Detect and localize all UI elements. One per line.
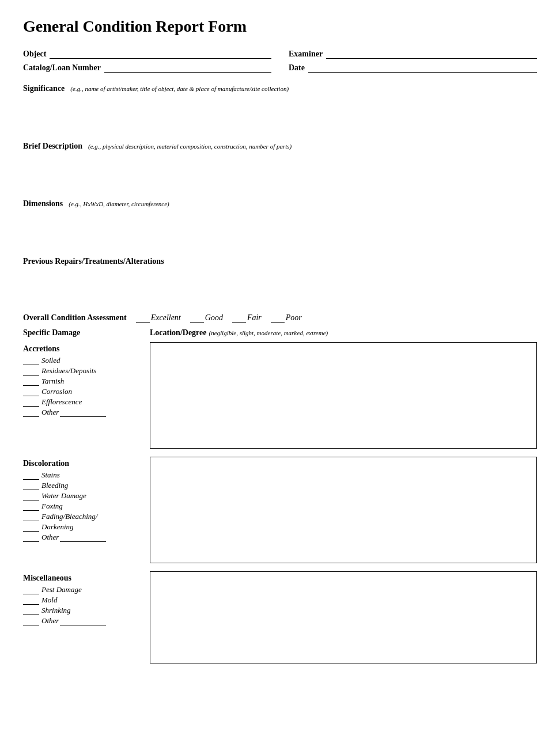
residues-label: Residues/Deposits bbox=[41, 366, 96, 376]
pest-label: Pest Damage bbox=[41, 585, 82, 594]
excellent-checkbox[interactable] bbox=[136, 313, 150, 323]
accretions-other-check[interactable] bbox=[23, 408, 39, 417]
corrosion-label: Corrosion bbox=[41, 387, 72, 396]
corrosion-check[interactable] bbox=[23, 387, 39, 396]
object-input-line[interactable] bbox=[50, 48, 271, 59]
dimensions-note: (e.g., HxWxD, diameter, circumference) bbox=[69, 200, 169, 207]
mold-check[interactable] bbox=[23, 596, 39, 605]
miscellaneous-other-input[interactable] bbox=[60, 616, 106, 625]
foxing-check[interactable] bbox=[23, 502, 39, 511]
miscellaneous-left: Miscellaneous Pest Damage Mold Shrinking… bbox=[23, 571, 150, 663]
efflorescence-check[interactable] bbox=[23, 397, 39, 407]
page-title: General Condition Report Form bbox=[23, 17, 537, 36]
location-degree-note: (negligible, slight, moderate, marked, e… bbox=[209, 329, 328, 336]
significance-blank bbox=[23, 96, 537, 130]
brief-description-blank bbox=[23, 153, 537, 188]
discoloration-other-input[interactable] bbox=[60, 533, 106, 542]
discoloration-section: Discoloration Stains Bleeding Water Dama… bbox=[23, 457, 537, 563]
dimensions-label: Dimensions bbox=[23, 199, 63, 208]
condition-fair: Fair bbox=[232, 313, 262, 323]
bleeding-check[interactable] bbox=[23, 481, 39, 490]
bleeding-label: Bleeding bbox=[41, 481, 68, 490]
accretions-item-residues: Residues/Deposits bbox=[23, 366, 150, 376]
poor-checkbox[interactable] bbox=[271, 313, 285, 323]
significance-section: Significance(e.g., name of artist/maker,… bbox=[23, 83, 537, 93]
accretions-item-soiled: Soiled bbox=[23, 356, 150, 365]
discoloration-other-check[interactable] bbox=[23, 533, 39, 542]
date-label: Date bbox=[289, 63, 305, 73]
accretions-left: Accretions Soiled Residues/Deposits Tarn… bbox=[23, 342, 150, 449]
catalog-input-line[interactable] bbox=[104, 62, 271, 73]
good-label: Good bbox=[205, 313, 223, 323]
discoloration-item-water: Water Damage bbox=[23, 491, 150, 500]
tarnish-check[interactable] bbox=[23, 377, 39, 386]
pest-check[interactable] bbox=[23, 585, 39, 594]
accretions-item-corrosion: Corrosion bbox=[23, 387, 150, 396]
accretions-item-efflorescence: Efflorescence bbox=[23, 397, 150, 407]
fair-label: Fair bbox=[247, 313, 262, 323]
accretions-category: Accretions bbox=[23, 344, 150, 354]
dimensions-blank bbox=[23, 211, 537, 245]
fading-check[interactable] bbox=[23, 512, 39, 521]
examiner-input-line[interactable] bbox=[326, 48, 537, 59]
brief-description-note: (e.g., physical description, material co… bbox=[88, 143, 292, 150]
miscellaneous-section: Miscellaneous Pest Damage Mold Shrinking… bbox=[23, 571, 537, 663]
overall-condition-row: Overall Condition Assessment Excellent G… bbox=[23, 313, 537, 323]
significance-note: (e.g., name of artist/maker, title of ob… bbox=[70, 85, 289, 92]
miscellaneous-item-other: Other bbox=[23, 616, 150, 625]
water-check[interactable] bbox=[23, 491, 39, 500]
discoloration-left: Discoloration Stains Bleeding Water Dama… bbox=[23, 457, 150, 563]
miscellaneous-category: Miscellaneous bbox=[23, 574, 150, 583]
shrinking-label: Shrinking bbox=[41, 606, 71, 615]
location-degree-label: Location/Degree bbox=[150, 328, 207, 337]
examiner-label: Examiner bbox=[289, 50, 323, 59]
discoloration-notes-box[interactable] bbox=[150, 457, 537, 563]
discoloration-item-stains: Stains bbox=[23, 471, 150, 480]
examiner-field: Examiner bbox=[289, 48, 537, 59]
condition-poor: Poor bbox=[271, 313, 302, 323]
discoloration-item-darkening: Darkening bbox=[23, 522, 150, 532]
catalog-label: Catalog/Loan Number bbox=[23, 63, 101, 73]
dimensions-section: Dimensions(e.g., HxWxD, diameter, circum… bbox=[23, 198, 537, 208]
miscellaneous-item-pest: Pest Damage bbox=[23, 585, 150, 594]
discoloration-item-fading: Fading/Bleaching/ bbox=[23, 512, 150, 521]
date-field: Date bbox=[289, 62, 537, 73]
accretions-notes-box[interactable] bbox=[150, 342, 537, 449]
object-label: Object bbox=[23, 50, 46, 59]
tarnish-label: Tarnish bbox=[41, 377, 64, 386]
miscellaneous-other-check[interactable] bbox=[23, 616, 39, 625]
mold-label: Mold bbox=[41, 596, 57, 605]
accretions-other-label: Other bbox=[41, 408, 59, 417]
shrinking-check[interactable] bbox=[23, 606, 39, 615]
previous-repairs-label: Previous Repairs/Treatments/Alterations bbox=[23, 257, 164, 266]
significance-label: Significance bbox=[23, 84, 65, 93]
previous-repairs-section: Previous Repairs/Treatments/Alterations bbox=[23, 256, 537, 266]
miscellaneous-notes-box[interactable] bbox=[150, 571, 537, 663]
accretions-item-other: Other bbox=[23, 408, 150, 417]
discoloration-item-bleeding: Bleeding bbox=[23, 481, 150, 490]
excellent-label: Excellent bbox=[151, 313, 181, 323]
accretions-item-tarnish: Tarnish bbox=[23, 377, 150, 386]
accretions-section: Accretions Soiled Residues/Deposits Tarn… bbox=[23, 342, 537, 449]
object-field: Object bbox=[23, 48, 271, 59]
discoloration-item-foxing: Foxing bbox=[23, 502, 150, 511]
fading-label: Fading/Bleaching/ bbox=[41, 512, 97, 521]
residues-check[interactable] bbox=[23, 366, 39, 376]
brief-description-section: Brief Description(e.g., physical descrip… bbox=[23, 141, 537, 151]
darkening-check[interactable] bbox=[23, 522, 39, 532]
miscellaneous-other-label: Other bbox=[41, 616, 59, 625]
object-examiner-row: Object Examiner bbox=[23, 48, 537, 59]
specific-damage-label: Specific Damage bbox=[23, 328, 150, 337]
good-checkbox[interactable] bbox=[190, 313, 204, 323]
stains-check[interactable] bbox=[23, 471, 39, 480]
fair-checkbox[interactable] bbox=[232, 313, 246, 323]
foxing-label: Foxing bbox=[41, 502, 63, 511]
accretions-other-input[interactable] bbox=[60, 408, 106, 417]
condition-good: Good bbox=[190, 313, 223, 323]
condition-excellent: Excellent bbox=[136, 313, 181, 323]
specific-damage-header: Specific Damage Location/Degree(negligib… bbox=[23, 328, 537, 337]
catalog-field: Catalog/Loan Number bbox=[23, 62, 271, 73]
soiled-label: Soiled bbox=[41, 356, 60, 365]
date-input-line[interactable] bbox=[308, 62, 537, 73]
soiled-check[interactable] bbox=[23, 356, 39, 365]
